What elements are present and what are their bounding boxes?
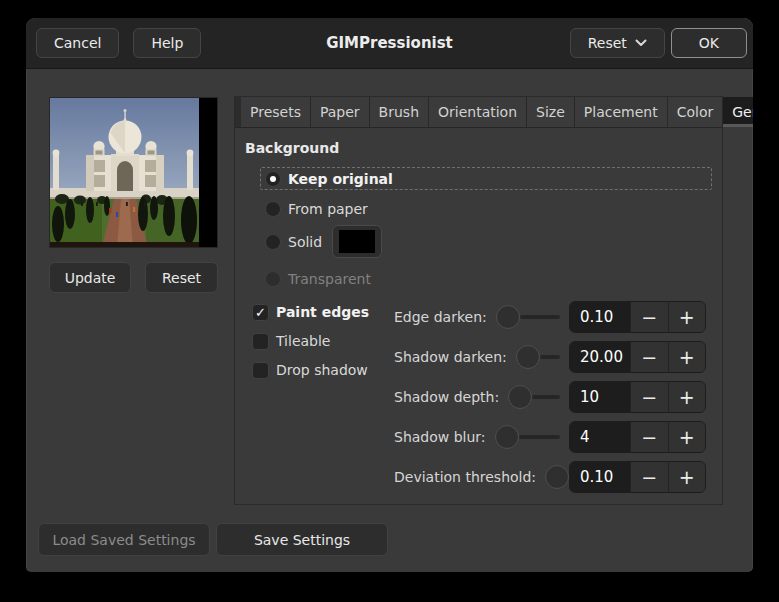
tab-color[interactable]: Color <box>668 97 724 127</box>
color-swatch <box>339 230 375 253</box>
plus-icon[interactable]: + <box>668 422 706 452</box>
slider-track[interactable] <box>520 315 560 319</box>
shadow-darken-label: Shadow darken: <box>394 349 507 365</box>
shadow-darken-row: Shadow darken: <box>394 341 569 373</box>
edge-darken-spinbutton: 0.10−+ <box>569 301 706 333</box>
edge-darken-label: Edge darken: <box>394 309 487 325</box>
radio-label: Solid <box>288 234 322 250</box>
shadow-blur-spinbutton: 4−+ <box>569 421 706 453</box>
preview-reset-button[interactable]: Reset <box>145 262 218 293</box>
radio-label: Keep original <box>288 171 393 187</box>
titlebar: Cancel Help GIMPressionist Reset OK <box>26 18 753 69</box>
radio-solid[interactable]: Solid <box>265 225 382 258</box>
plus-icon[interactable]: + <box>668 342 706 372</box>
preview-image <box>50 98 199 247</box>
radio-indicator[interactable] <box>265 171 281 187</box>
deviation-threshold-label: Deviation threshold: <box>394 469 536 485</box>
plus-icon[interactable]: + <box>668 462 706 492</box>
titlebar-left-buttons: Cancel Help <box>36 28 201 58</box>
background-heading: Background <box>245 140 339 156</box>
deviation-threshold-slider[interactable] <box>545 465 560 489</box>
radio-keep-original[interactable]: Keep original <box>260 167 712 190</box>
gimpressionist-dialog: Cancel Help GIMPressionist Reset OK <box>26 18 753 572</box>
radio-from-paper[interactable]: From paper <box>265 197 368 220</box>
radio-indicator <box>265 271 281 287</box>
shadow-darken-slider[interactable] <box>516 345 560 369</box>
edge-darken-row: Edge darken: <box>394 301 569 333</box>
slider-knob[interactable] <box>508 385 532 409</box>
shadow-blur-row: Shadow blur: <box>394 421 569 453</box>
cancel-button[interactable]: Cancel <box>36 28 119 58</box>
tab-strip: PresetsPaperBrushOrientationSizePlacemen… <box>235 97 722 128</box>
checkbox-paint-edges[interactable]: ✓Paint edges <box>252 303 369 321</box>
ok-button[interactable]: OK <box>671 28 747 58</box>
preview-frame <box>49 97 218 248</box>
reset-dropdown-button[interactable]: Reset <box>570 28 665 58</box>
load-saved-settings-button: Load Saved Settings <box>38 523 210 556</box>
help-button[interactable]: Help <box>133 28 201 58</box>
general-page: Background Keep originalFrom paperSolidT… <box>235 128 722 504</box>
shadow-depth-spinbutton: 10−+ <box>569 381 706 413</box>
checkbox-indicator[interactable] <box>252 333 269 350</box>
tab-paper[interactable]: Paper <box>311 97 370 127</box>
minus-icon[interactable]: − <box>630 462 668 492</box>
shadow-depth-label: Shadow depth: <box>394 389 499 405</box>
tab-placement[interactable]: Placement <box>575 97 668 127</box>
tab-size[interactable]: Size <box>527 97 575 127</box>
chevron-down-icon <box>635 39 647 47</box>
edge-darken-slider[interactable] <box>496 305 560 329</box>
spin-entry[interactable]: 20.00 <box>570 342 630 372</box>
slider-track[interactable] <box>540 355 560 359</box>
shadow-depth-row: Shadow depth: <box>394 381 569 413</box>
slider-track[interactable] <box>532 395 560 399</box>
spin-entry[interactable]: 0.10 <box>570 462 630 492</box>
tab-brush[interactable]: Brush <box>370 97 429 127</box>
tab-general[interactable]: General <box>723 97 753 127</box>
checkbox-label: Tileable <box>276 333 330 349</box>
deviation-threshold-spinbutton: 0.10−+ <box>569 461 706 493</box>
checkbox-indicator[interactable] <box>252 362 269 379</box>
minus-icon[interactable]: − <box>630 382 668 412</box>
minus-icon[interactable]: − <box>630 302 668 332</box>
save-settings-button[interactable]: Save Settings <box>216 523 388 556</box>
slider-track[interactable] <box>519 435 560 439</box>
titlebar-right-buttons: Reset OK <box>570 28 747 58</box>
reset-dropdown-label: Reset <box>588 35 627 51</box>
checkbox-drop-shadow[interactable]: Drop shadow <box>252 361 368 379</box>
radio-label: Transparent <box>288 271 371 287</box>
minus-icon[interactable]: − <box>630 422 668 452</box>
radio-transparent: Transparent <box>265 267 371 290</box>
spin-entry[interactable]: 0.10 <box>570 302 630 332</box>
update-button[interactable]: Update <box>49 262 131 293</box>
shadow-blur-slider[interactable] <box>495 425 560 449</box>
shadow-depth-slider[interactable] <box>508 385 560 409</box>
checkbox-label: Paint edges <box>276 304 369 320</box>
slider-knob[interactable] <box>495 425 519 449</box>
deviation-threshold-row: Deviation threshold: <box>394 461 569 493</box>
radio-indicator[interactable] <box>265 234 281 250</box>
solid-color-button[interactable] <box>332 225 382 258</box>
checkbox-tileable[interactable]: Tileable <box>252 332 330 350</box>
minus-icon[interactable]: − <box>630 342 668 372</box>
checkbox-label: Drop shadow <box>276 362 368 378</box>
check-icon[interactable]: ✓ <box>252 304 269 321</box>
spin-entry[interactable]: 10 <box>570 382 630 412</box>
radio-indicator[interactable] <box>265 201 281 217</box>
tab-presets[interactable]: Presets <box>241 97 311 127</box>
shadow-darken-spinbutton: 20.00−+ <box>569 341 706 373</box>
settings-notebook: PresetsPaperBrushOrientationSizePlacemen… <box>234 96 723 505</box>
slider-knob[interactable] <box>545 465 569 489</box>
spin-entry[interactable]: 4 <box>570 422 630 452</box>
slider-knob[interactable] <box>496 305 520 329</box>
plus-icon[interactable]: + <box>668 302 706 332</box>
tab-orientation[interactable]: Orientation <box>429 97 527 127</box>
plus-icon[interactable]: + <box>668 382 706 412</box>
radio-label: From paper <box>288 201 368 217</box>
slider-knob[interactable] <box>516 345 540 369</box>
shadow-blur-label: Shadow blur: <box>394 429 486 445</box>
